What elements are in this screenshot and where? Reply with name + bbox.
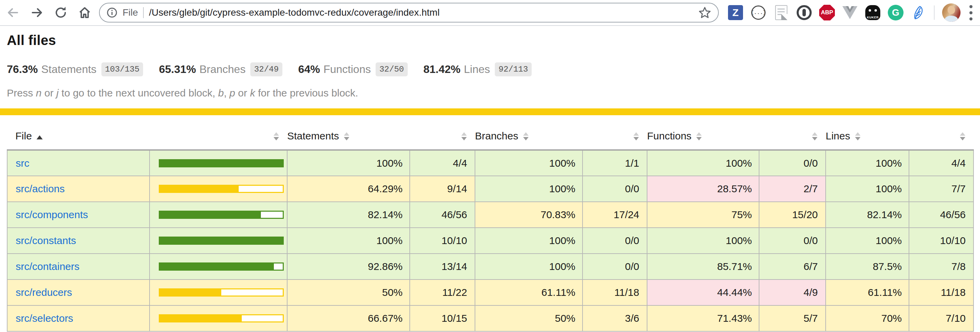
column-header-functions-raw[interactable] — [759, 121, 826, 150]
bookmark-star-icon[interactable] — [698, 6, 711, 19]
sorter-icon[interactable] — [960, 132, 966, 141]
table-header-row: File Statements Branches Functions Lines — [7, 121, 974, 150]
onepassword-extension-icon[interactable] — [796, 5, 812, 21]
sorter-icon[interactable] — [461, 132, 468, 141]
lines-pct-cell: 82.14% — [826, 202, 909, 228]
functions-fraction-cell: 4/9 — [759, 280, 826, 305]
file-link[interactable]: src/containers — [16, 261, 80, 272]
profile-avatar[interactable] — [942, 3, 961, 22]
lines-pct-cell: 100% — [826, 176, 909, 202]
functions-fraction-cell: 0/0 — [759, 150, 826, 176]
home-icon — [78, 6, 92, 19]
browser-menu-button[interactable] — [966, 5, 980, 21]
sorter-icon[interactable] — [523, 132, 529, 141]
json-glyph: {...} — [751, 10, 766, 16]
coverage-bar — [159, 185, 284, 193]
file-link[interactable]: src/selectors — [16, 313, 73, 324]
branches-pct-cell: 100% — [475, 150, 582, 176]
statements-fraction-cell: 46/56 — [410, 202, 475, 228]
chart-cell — [150, 305, 287, 331]
statements-pct-cell: 64.29% — [287, 176, 410, 202]
coverage-bar-fill — [160, 212, 261, 218]
column-header-lines-raw[interactable] — [909, 121, 974, 150]
statements-fraction-cell: 10/10 — [410, 228, 475, 254]
back-icon — [6, 6, 20, 19]
branches-label: Branches — [199, 63, 245, 76]
coverage-bar-fill — [160, 315, 242, 321]
back-button[interactable] — [5, 5, 21, 20]
statements-pct-cell: 50% — [287, 280, 410, 305]
column-header-statements-raw[interactable] — [410, 121, 475, 150]
branches-fraction-cell: 3/6 — [582, 305, 647, 331]
forward-button[interactable] — [29, 5, 45, 20]
file-link[interactable]: src/actions — [16, 183, 65, 194]
statements-pct-cell: 82.14% — [287, 202, 410, 228]
info-icon — [107, 7, 118, 18]
toolbar-divider — [934, 5, 935, 20]
file-link[interactable]: src/components — [16, 209, 88, 220]
branches-pct-cell: 100% — [475, 176, 582, 202]
functions-fraction-cell: 2/7 — [759, 176, 826, 202]
statements-metric: 76.3% Statements 103/135 — [7, 62, 143, 76]
sorter-icon[interactable] — [344, 132, 350, 141]
file-link[interactable]: src/constants — [16, 235, 76, 246]
lines-pct-cell: 61.11% — [826, 280, 909, 305]
file-link[interactable]: src — [16, 158, 29, 169]
functions-pct-cell: 85.71% — [647, 254, 759, 280]
coverage-bar — [159, 211, 284, 219]
statements-fraction-cell: 11/22 — [410, 280, 475, 305]
coverage-bar — [159, 314, 284, 323]
statements-pct-cell: 92.86% — [287, 254, 410, 280]
branches-fraction-cell: 1/1 — [582, 150, 647, 176]
blue-feather-extension-icon[interactable] — [911, 5, 926, 21]
sorter-icon[interactable] — [696, 132, 702, 141]
lines-pct: 81.42% — [423, 63, 461, 76]
home-button[interactable] — [77, 5, 92, 20]
column-header-file[interactable]: File — [7, 121, 150, 150]
sorter-icon[interactable] — [855, 132, 861, 141]
zotero-glyph: Z — [732, 7, 738, 18]
url-bar[interactable]: File /Users/gleb/git/cypress-example-tod… — [99, 3, 719, 22]
zotero-extension-icon[interactable]: Z — [728, 5, 743, 21]
column-header-branches-raw[interactable] — [582, 121, 647, 150]
coverage-bar — [159, 262, 284, 270]
json-viewer-extension-icon[interactable]: {...} — [751, 5, 766, 21]
forward-icon — [30, 6, 44, 19]
sorter-icon[interactable] — [274, 132, 280, 141]
functions-label: Functions — [323, 63, 371, 76]
notes-page-extension-icon[interactable] — [773, 5, 789, 21]
statements-pct-cell: 100% — [287, 150, 410, 176]
coverage-bar-fill — [160, 237, 283, 244]
vimium-v-extension-icon[interactable] — [842, 5, 858, 21]
column-header-branches[interactable]: Branches — [475, 121, 582, 150]
branches-fraction-cell: 0/0 — [582, 228, 647, 254]
reload-button[interactable] — [53, 5, 68, 20]
kuker-extension-icon[interactable]: KUKER — [865, 5, 881, 21]
chart-cell — [150, 150, 287, 176]
column-header-functions[interactable]: Functions — [647, 121, 759, 150]
lines-fraction-cell: 7/7 — [909, 176, 974, 202]
url-text[interactable]: /Users/gleb/git/cypress-example-todomvc-… — [149, 7, 693, 18]
file-cell: src/containers — [7, 254, 150, 280]
statements-fraction-cell: 9/14 — [410, 176, 475, 202]
keyboard-hint: Press n or j to go to the next uncovered… — [7, 87, 973, 99]
functions-pct-cell: 44.44% — [647, 280, 759, 305]
adblock-plus-extension-icon[interactable]: ABP — [819, 5, 835, 21]
table-row: src/selectors66.67%10/1550%3/671.43%5/77… — [7, 305, 974, 331]
chart-cell — [150, 176, 287, 202]
lines-pct-cell: 100% — [826, 150, 909, 176]
lines-pct-cell: 70% — [826, 305, 909, 331]
branches-fraction-cell: 0/0 — [582, 176, 647, 202]
chart-cell — [150, 280, 287, 305]
sorter-icon[interactable] — [812, 132, 818, 141]
column-header-lines[interactable]: Lines — [826, 121, 909, 150]
grammarly-extension-icon[interactable]: G — [888, 5, 904, 21]
file-link[interactable]: src/reducers — [16, 287, 72, 298]
coverage-table: File Statements Branches Functions Lines… — [7, 121, 974, 332]
sorter-icon[interactable] — [633, 132, 640, 141]
lines-fraction-cell: 7/8 — [909, 254, 974, 280]
statements-fraction-cell: 13/14 — [410, 254, 475, 280]
branches-pct-cell: 50% — [475, 305, 582, 331]
column-header-statements[interactable]: Statements — [287, 121, 410, 150]
column-header-chart[interactable] — [150, 121, 287, 150]
